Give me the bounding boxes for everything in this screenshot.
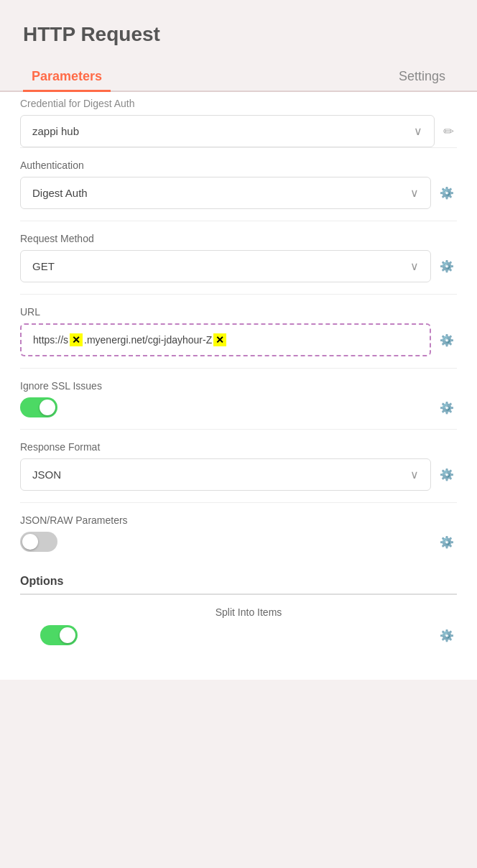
ignore-ssl-gear-icon[interactable]: ⚙️ (437, 398, 457, 417)
request-method-label: Request Method (20, 233, 457, 244)
split-items-field-group: Split Into Items ⚙️ (0, 595, 477, 657)
authentication-label: Authentication (20, 160, 457, 171)
response-format-row: JSON ∨ ⚙️ (20, 458, 457, 491)
url-label: URL (20, 306, 457, 318)
page-title: HTTP Request (23, 23, 454, 46)
tab-settings[interactable]: Settings (390, 63, 454, 92)
content-area: Credential for Digest Auth zappi hub ∨ ✏… (0, 92, 477, 680)
url-row: https://s✕.myenergi.net/cgi-jdayhour-Z✕ … (20, 323, 457, 356)
chevron-down-icon: ∨ (414, 124, 422, 138)
url-input[interactable]: https://s✕.myenergi.net/cgi-jdayhour-Z✕ (20, 323, 431, 356)
credential-field-group: Credential for Digest Auth zappi hub ∨ ✏ (0, 92, 477, 147)
json-raw-row: ⚙️ (20, 532, 457, 552)
toggle-knob (40, 400, 55, 415)
authentication-select[interactable]: Digest Auth ∨ (20, 177, 431, 209)
credential-row: zappi hub ∨ ✏ (20, 115, 457, 147)
response-format-field-group: Response Format JSON ∨ ⚙️ (0, 430, 477, 502)
chevron-down-icon-format: ∨ (410, 468, 419, 481)
request-method-select[interactable]: GET ∨ (20, 250, 431, 282)
response-format-select[interactable]: JSON ∨ (20, 458, 431, 491)
url-gear-icon[interactable]: ⚙️ (437, 331, 457, 350)
authentication-gear-icon[interactable]: ⚙️ (437, 183, 457, 203)
url-prefix: https://s (33, 334, 68, 346)
ignore-ssl-row: ⚙️ (20, 397, 457, 417)
url-highlight-2: ✕ (213, 333, 226, 346)
tab-bar: Parameters Settings (0, 46, 477, 92)
toggle-knob-json (22, 534, 38, 550)
json-raw-field-group: JSON/RAW Parameters ⚙️ (0, 503, 477, 563)
chevron-down-icon-method: ∨ (410, 259, 419, 273)
credential-label: Credential for Digest Auth (20, 92, 457, 109)
authentication-row: Digest Auth ∨ ⚙️ (20, 177, 457, 209)
ignore-ssl-field-group: Ignore SSL Issues ⚙️ (0, 369, 477, 429)
split-items-row: ⚙️ (40, 625, 457, 645)
split-items-label: Split Into Items (40, 606, 457, 618)
authentication-value: Digest Auth (32, 187, 88, 199)
split-items-toggle[interactable] (40, 625, 78, 645)
response-format-gear-icon[interactable]: ⚙️ (437, 465, 457, 484)
header: HTTP Request (0, 0, 477, 46)
response-format-label: Response Format (20, 441, 457, 453)
authentication-field-group: Authentication Digest Auth ∨ ⚙️ (0, 148, 477, 221)
credential-select[interactable]: zappi hub ∨ (20, 115, 435, 147)
credential-value: zappi hub (32, 125, 79, 137)
json-raw-gear-icon[interactable]: ⚙️ (437, 532, 457, 552)
options-label: Options (20, 575, 457, 588)
url-middle: .myenergi.net/cgi-jdayhour-Z (84, 334, 212, 346)
tab-parameters[interactable]: Parameters (23, 63, 111, 92)
ignore-ssl-toggle[interactable] (20, 397, 57, 417)
json-raw-toggle[interactable] (20, 532, 57, 552)
tab-spacer (111, 63, 390, 91)
ignore-ssl-label: Ignore SSL Issues (20, 380, 457, 392)
credential-edit-icon[interactable]: ✏ (440, 121, 457, 142)
request-method-gear-icon[interactable]: ⚙️ (437, 257, 457, 276)
chevron-down-icon-auth: ∨ (410, 186, 419, 200)
url-field-group: URL https://s✕.myenergi.net/cgi-jdayhour… (0, 295, 477, 368)
split-items-gear-icon[interactable]: ⚙️ (437, 626, 457, 645)
url-highlight-1: ✕ (70, 333, 83, 346)
response-format-value: JSON (32, 468, 61, 481)
options-section: Options (0, 563, 477, 595)
json-raw-label: JSON/RAW Parameters (20, 514, 457, 526)
page: HTTP Request Parameters Settings Credent… (0, 0, 477, 680)
toggle-knob-split (60, 627, 75, 643)
request-method-field-group: Request Method GET ∨ ⚙️ (0, 221, 477, 294)
request-method-row: GET ∨ ⚙️ (20, 250, 457, 282)
request-method-value: GET (32, 260, 55, 272)
